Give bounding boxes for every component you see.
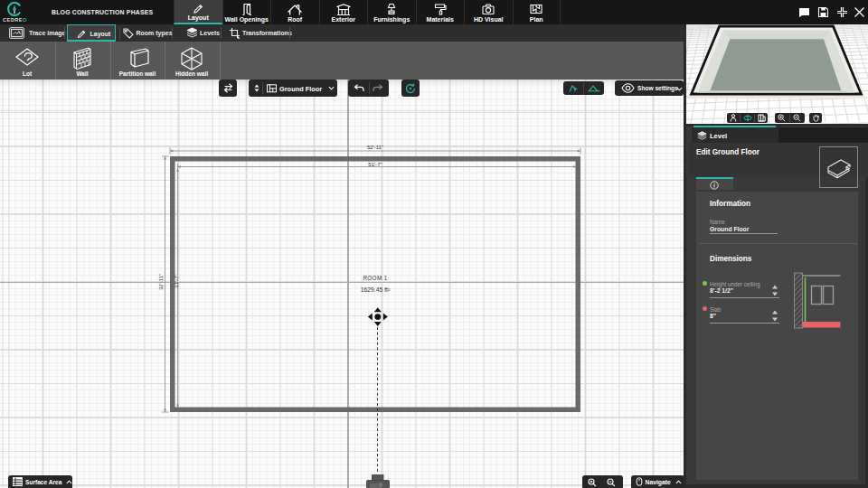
svg-text:52'-11": 52'-11" — [367, 145, 383, 150]
svg-text:ROOM 1: ROOM 1 — [363, 275, 387, 281]
svg-text:32'-11": 32'-11" — [158, 274, 164, 290]
svg-text:1629.45 ft²: 1629.45 ft² — [361, 286, 391, 293]
svg-text:51'-7": 51'-7" — [368, 162, 382, 167]
svg-text:31'-7": 31'-7" — [174, 274, 179, 287]
